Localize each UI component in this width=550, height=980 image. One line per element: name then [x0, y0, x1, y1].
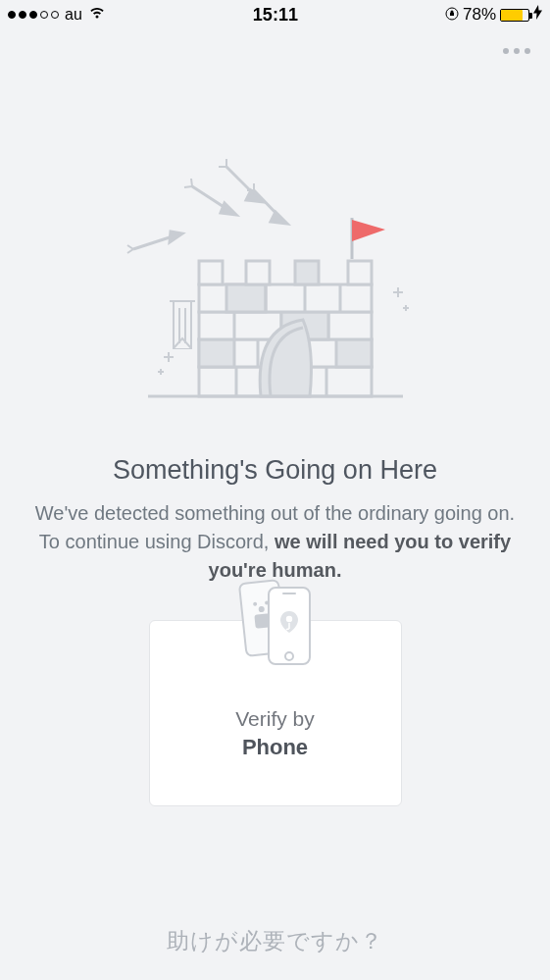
page-title: Something's Going on Here	[20, 455, 530, 486]
svg-marker-8	[271, 212, 287, 224]
cellular-signal-icon	[8, 11, 59, 19]
svg-rect-36	[295, 261, 319, 284]
verify-label-text: Verify by	[235, 707, 315, 730]
charging-icon	[533, 5, 542, 25]
status-bar: au 15:11 78%	[0, 0, 550, 29]
svg-marker-10	[352, 220, 385, 241]
verify-method: Phone	[235, 733, 315, 762]
wifi-icon	[88, 5, 106, 25]
nav-bar	[0, 29, 550, 73]
battery-icon	[500, 9, 529, 22]
phones-icon	[233, 578, 318, 672]
svg-marker-4	[221, 203, 236, 215]
castle-illustration	[20, 151, 530, 406]
svg-point-47	[285, 616, 291, 622]
carrier-label: au	[65, 6, 82, 24]
verify-by-phone-button[interactable]: Verify by Phone	[149, 620, 402, 806]
svg-rect-37	[348, 261, 372, 284]
battery-pct: 78%	[463, 5, 496, 25]
more-options-button[interactable]	[503, 48, 530, 54]
svg-rect-46	[282, 593, 296, 594]
svg-rect-35	[246, 261, 270, 284]
help-link[interactable]: 助けが必要ですか？	[0, 926, 550, 956]
main-content: Something's Going on Here We've detected…	[0, 151, 550, 806]
orientation-lock-icon	[445, 7, 459, 24]
verification-message: We've detected something out of the ordi…	[20, 499, 530, 585]
svg-marker-2	[170, 232, 182, 242]
svg-rect-34	[199, 261, 223, 284]
clock-time: 15:11	[253, 5, 298, 26]
svg-rect-21	[336, 339, 372, 367]
svg-rect-30	[226, 284, 266, 312]
svg-line-1	[133, 236, 173, 249]
verify-card-label: Verify by Phone	[235, 705, 315, 762]
svg-rect-29	[199, 284, 372, 312]
svg-rect-20	[199, 339, 234, 367]
